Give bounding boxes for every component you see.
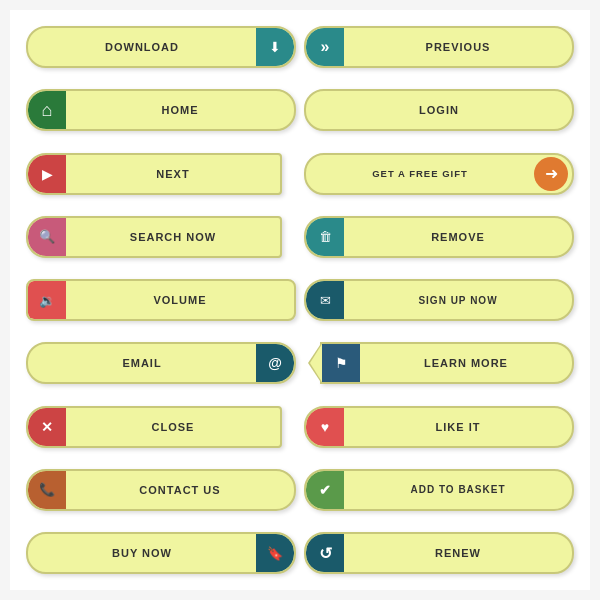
free-gift-label: GET A FREE GIFT: [306, 168, 534, 179]
home-button[interactable]: ⌂ HOME: [26, 89, 296, 131]
button-grid: DOWNLOAD ⬇ » PREVIOUS ⌂ HOME LOGIN ▶ NEX…: [10, 10, 590, 590]
search-icon: 🔍: [28, 218, 66, 256]
learn-more-button[interactable]: ⚑ LEARN MORE: [320, 342, 574, 384]
free-gift-button[interactable]: GET A FREE GIFT ➜: [304, 153, 574, 195]
search-now-button[interactable]: 🔍 SEARCH NOW: [26, 216, 282, 258]
close-icon: ✕: [28, 408, 66, 446]
download-button[interactable]: DOWNLOAD ⬇: [26, 26, 296, 68]
add-to-basket-label: ADD TO BASKET: [344, 484, 572, 495]
like-icon: ♥: [306, 408, 344, 446]
previous-button[interactable]: » PREVIOUS: [304, 26, 574, 68]
close-label: CLOSE: [66, 421, 280, 433]
previous-label: PREVIOUS: [344, 41, 572, 53]
email-label: EMAIL: [28, 357, 256, 369]
buy-now-label: BUY NOW: [28, 547, 256, 559]
search-now-label: SEARCH NOW: [66, 231, 280, 243]
buy-now-button[interactable]: BUY NOW 🔖: [26, 532, 296, 574]
contact-icon: 📞: [28, 471, 66, 509]
renew-button[interactable]: ↺ RENEW: [304, 532, 574, 574]
remove-button[interactable]: 🗑 REMOVE: [304, 216, 574, 258]
login-label: LOGIN: [306, 104, 572, 116]
free-gift-icon: ➜: [534, 157, 568, 191]
like-it-label: LIKE IT: [344, 421, 572, 433]
add-to-basket-button[interactable]: ✔ ADD TO BASKET: [304, 469, 574, 511]
remove-icon: 🗑: [306, 218, 344, 256]
learn-more-icon: ⚑: [322, 344, 360, 382]
add-to-basket-icon: ✔: [306, 471, 344, 509]
volume-icon: 🔉: [28, 281, 66, 319]
learn-more-label: LEARN MORE: [360, 357, 572, 369]
email-button[interactable]: EMAIL @: [26, 342, 296, 384]
previous-icon: »: [306, 28, 344, 66]
home-icon: ⌂: [28, 91, 66, 129]
login-button[interactable]: LOGIN: [304, 89, 574, 131]
next-icon: ▶: [28, 155, 66, 193]
buy-now-icon: 🔖: [256, 534, 294, 572]
sign-up-icon: ✉: [306, 281, 344, 319]
renew-label: RENEW: [344, 547, 572, 559]
volume-label: VOLUME: [66, 294, 294, 306]
like-it-button[interactable]: ♥ LIKE IT: [304, 406, 574, 448]
email-icon: @: [256, 344, 294, 382]
download-icon: ⬇: [256, 28, 294, 66]
close-button[interactable]: ✕ CLOSE: [26, 406, 282, 448]
contact-us-label: CONTACT US: [66, 484, 294, 496]
remove-label: REMOVE: [344, 231, 572, 243]
next-button[interactable]: ▶ NEXT: [26, 153, 282, 195]
home-label: HOME: [66, 104, 294, 116]
renew-icon: ↺: [306, 534, 344, 572]
download-label: DOWNLOAD: [28, 41, 256, 53]
sign-up-now-label: SIGN UP NOW: [344, 295, 572, 306]
contact-us-button[interactable]: 📞 CONTACT US: [26, 469, 296, 511]
next-label: NEXT: [66, 168, 280, 180]
sign-up-now-button[interactable]: ✉ SIGN UP NOW: [304, 279, 574, 321]
volume-button[interactable]: 🔉 VOLUME: [26, 279, 296, 321]
